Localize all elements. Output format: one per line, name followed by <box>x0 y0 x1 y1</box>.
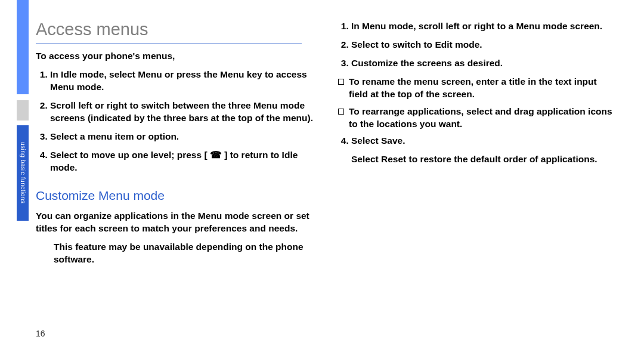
right-step-3: Customize the screens as desired. <box>351 57 614 70</box>
page-number: 16 <box>36 329 45 338</box>
intro-text: To access your phone's menus, <box>36 50 313 63</box>
left-steps-list: In Idle mode, select Menu or press the M… <box>36 69 313 174</box>
left-step-4: Select to move up one level; press [ ☎ ]… <box>50 149 313 174</box>
right-step4-list: Select Save. <box>337 135 614 147</box>
side-tab: using basic functions <box>17 125 29 221</box>
left-step-3: Select a menu item or option. <box>50 131 313 143</box>
heading-customize-menu: Customize Menu mode <box>36 187 313 204</box>
left-step-1: In Idle mode, select Menu or press the M… <box>50 69 313 94</box>
column-right: In Menu mode, scroll left or right to a … <box>337 18 614 337</box>
page-content: Access menus To access your phone's menu… <box>36 18 614 337</box>
right-steps-list: In Menu mode, scroll left or right to a … <box>337 20 614 70</box>
customize-body: You can organize applications in the Men… <box>36 210 313 235</box>
bullet-rename: To rename the menu screen, enter a title… <box>349 76 614 101</box>
column-left: Access menus To access your phone's menu… <box>36 18 313 337</box>
bullet-rearrange: To rearrange applications, select and dr… <box>349 106 614 131</box>
margin-gray-block <box>17 100 29 121</box>
feature-note: This feature may be unavailable dependin… <box>54 241 313 266</box>
heading-access-menus: Access menus <box>36 18 302 44</box>
right-step-1: In Menu mode, scroll left or right to a … <box>351 20 614 33</box>
right-bullets: To rename the menu screen, enter a title… <box>337 76 614 131</box>
side-tab-label: using basic functions <box>20 142 26 203</box>
right-step-2: Select to switch to Edit mode. <box>351 39 614 51</box>
left-step-2: Scroll left or right to switch between t… <box>50 100 313 125</box>
margin-blue-bar <box>17 0 29 94</box>
right-step-4: Select Save. <box>351 135 614 147</box>
right-tail: Select Reset to restore the default orde… <box>351 153 614 166</box>
